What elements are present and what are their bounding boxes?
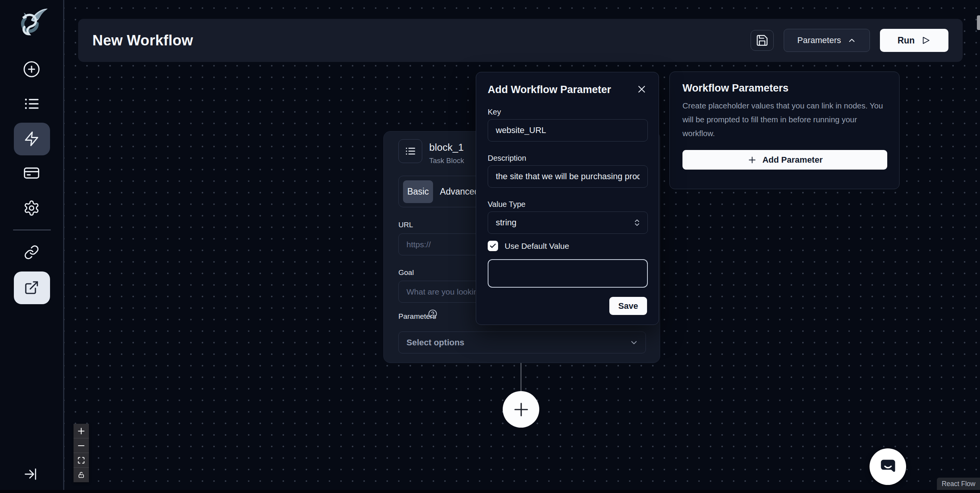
url-label: URL <box>398 221 413 229</box>
task-block-header: block_1 Task Block <box>398 139 464 165</box>
settings-gear-button[interactable] <box>23 200 40 217</box>
header-actions: Parameters Run <box>751 19 948 62</box>
sidebar <box>0 0 64 493</box>
save-parameter-button[interactable]: Save <box>609 297 647 315</box>
parameters-multiselect[interactable]: Select options <box>398 331 646 353</box>
external-link-icon[interactable] <box>24 280 39 295</box>
chat-bubble-icon <box>878 457 898 477</box>
close-icon[interactable] <box>635 82 649 96</box>
add-parameter-label: Add Parameter <box>763 155 823 165</box>
window-bottom-edge <box>0 490 980 493</box>
zoom-in-button[interactable] <box>74 424 89 438</box>
canvas-controls <box>74 424 89 482</box>
key-label: Key <box>488 108 501 117</box>
play-icon <box>921 35 931 45</box>
value-type-select[interactable]: string <box>488 212 648 234</box>
page-title: New Workflow <box>92 32 193 49</box>
attribution-label: React Flow <box>942 480 975 488</box>
sidebar-divider <box>13 230 51 230</box>
run-button-label: Run <box>898 35 915 46</box>
panel-title: Workflow Parameters <box>682 82 789 94</box>
description-label: Description <box>488 154 526 163</box>
task-block-list-icon <box>398 139 422 163</box>
workflows-lightning-icon[interactable] <box>23 131 40 147</box>
add-parameter-button[interactable]: Add Parameter <box>682 150 887 170</box>
support-chat-button[interactable] <box>870 448 906 485</box>
description-input[interactable] <box>488 165 648 188</box>
runs-list-button[interactable] <box>23 95 40 112</box>
parameters-button-label: Parameters <box>797 35 841 45</box>
collapse-sidebar-icon[interactable] <box>23 466 38 482</box>
app-window: New Workflow Parameters <box>0 0 980 493</box>
billing-card-button[interactable] <box>23 165 40 182</box>
scrollbar-thumb[interactable] <box>977 15 980 30</box>
plus-icon <box>747 155 757 165</box>
default-value-textarea[interactable] <box>488 259 648 288</box>
plus-icon <box>512 400 530 419</box>
select-placeholder: Select options <box>406 338 464 348</box>
workflow-parameters-panel: Workflow Parameters Create placeholder v… <box>669 72 900 189</box>
key-input[interactable] <box>488 119 648 142</box>
block-type-label: Task Block <box>429 157 464 165</box>
add-block-node[interactable] <box>503 391 539 428</box>
value-type-label: Value Type <box>488 200 525 209</box>
save-workflow-button[interactable] <box>751 30 774 51</box>
parameters-toggle-button[interactable]: Parameters <box>784 29 870 52</box>
chevron-up-icon <box>847 36 856 45</box>
modal-title: Add Workflow Parameter <box>488 84 611 96</box>
chevrons-up-down-icon <box>633 218 641 227</box>
tab-basic[interactable]: Basic <box>403 180 433 203</box>
workflow-edge <box>520 363 522 391</box>
use-default-value-row[interactable]: Use Default Value <box>488 241 569 251</box>
goal-label: Goal <box>398 268 414 277</box>
value-type-selected: string <box>496 218 517 228</box>
zoom-out-button[interactable] <box>74 438 89 453</box>
run-workflow-button[interactable]: Run <box>880 29 948 52</box>
save-button-label: Save <box>618 301 638 311</box>
use-default-value-label: Use Default Value <box>505 242 569 251</box>
block-name[interactable]: block_1 <box>429 142 464 153</box>
panel-description: Create placeholder values that you can l… <box>682 99 890 140</box>
help-circle-icon[interactable] <box>428 309 437 318</box>
checkbox-checked[interactable] <box>488 241 498 251</box>
react-flow-attribution[interactable]: React Flow <box>937 478 980 490</box>
save-floppy-icon <box>756 34 769 47</box>
app-logo-dragon[interactable] <box>14 5 49 41</box>
create-new-button[interactable] <box>23 60 40 78</box>
link-button[interactable] <box>24 245 39 260</box>
add-workflow-parameter-modal: Add Workflow Parameter Key Description V… <box>476 72 659 325</box>
lock-button[interactable] <box>74 468 89 482</box>
fit-view-button[interactable] <box>74 453 89 468</box>
workflow-header-panel: New Workflow Parameters <box>78 19 963 62</box>
chevron-down-icon <box>629 338 639 347</box>
